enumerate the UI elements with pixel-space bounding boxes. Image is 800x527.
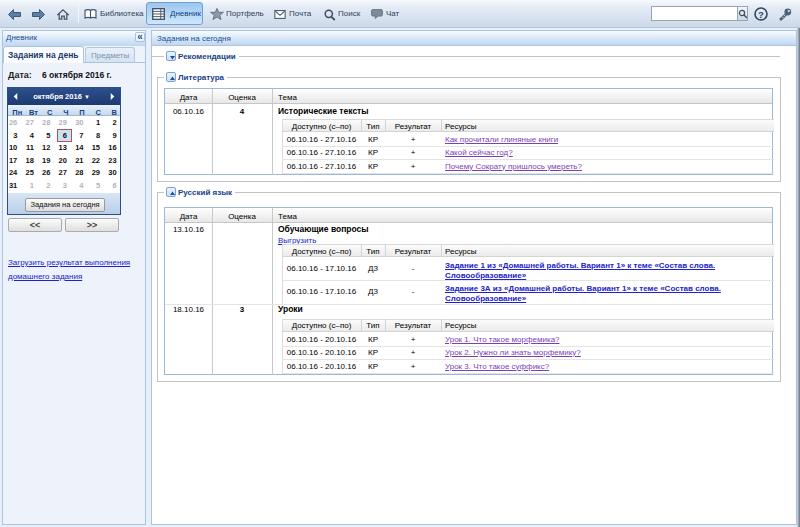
svg-text:?: ?: [758, 9, 764, 20]
